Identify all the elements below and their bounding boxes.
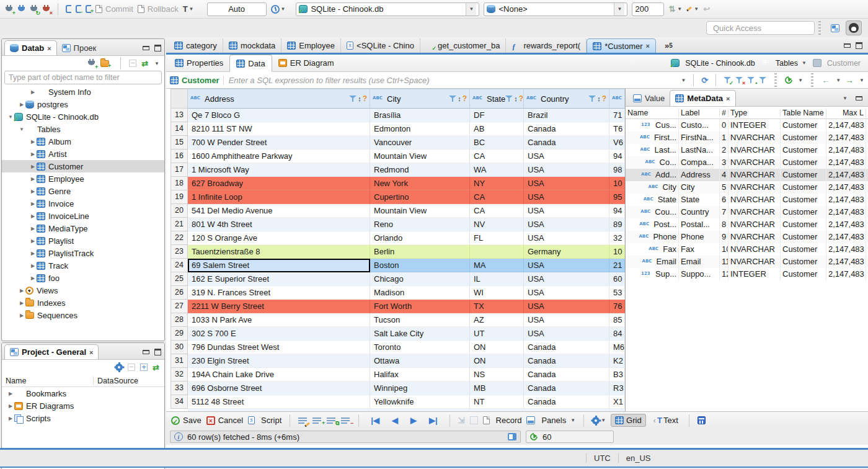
new-transaction-icon[interactable]: +	[86, 5, 91, 13]
grid-cell[interactable]: USA	[524, 150, 609, 163]
sort-icon[interactable]: ↕	[514, 95, 518, 102]
grid-cell[interactable]: NS	[470, 368, 524, 382]
grid-cell[interactable]: Brasília	[370, 109, 470, 122]
grid-cell[interactable]: NV	[470, 218, 524, 231]
remove-filter-icon[interactable]: ×	[735, 76, 743, 84]
tab-data[interactable]: Data	[229, 55, 272, 72]
minimize-icon[interactable]	[855, 95, 863, 102]
column-hint-icon[interactable]: ?	[602, 94, 606, 103]
grid-cell[interactable]: AB	[470, 122, 524, 136]
grid-cell[interactable]: CA	[470, 150, 524, 163]
editor-tab-get-customer-ba[interactable]: get_customer_ba	[420, 38, 506, 53]
row-number[interactable]: 31	[170, 354, 188, 368]
tree-item-table-triggers[interactable]: ▶Table Triggers	[2, 321, 164, 323]
tab-project-general[interactable]: Project - General ×	[4, 344, 99, 359]
new-connection-icon[interactable]: +	[87, 59, 95, 68]
dbeaver-perspective-icon[interactable]	[846, 20, 862, 35]
grid-cell[interactable]: Madison	[370, 286, 470, 300]
grid-cell[interactable]: Canada	[524, 354, 609, 368]
editor-tab-category[interactable]: category	[169, 38, 223, 53]
grid-cell[interactable]: X1	[609, 395, 625, 409]
grid-cell[interactable]: WI	[470, 286, 524, 300]
grid-cell[interactable]: 95	[609, 190, 625, 204]
grid-cell[interactable]: USA	[524, 300, 609, 313]
grid-cell[interactable]: Ottawa	[370, 354, 470, 368]
grid-cell[interactable]: Winnipeg	[370, 382, 470, 395]
new-folder-icon[interactable]: +	[100, 60, 109, 67]
grid-cell[interactable]: 700 W Pender Street	[188, 136, 370, 150]
row-number[interactable]: 22	[170, 231, 188, 245]
breadcrumb-container[interactable]: Tables	[776, 59, 798, 68]
row-number[interactable]: 17	[170, 163, 188, 177]
project-settings-gear-icon[interactable]	[115, 364, 123, 371]
metadata-row[interactable]: PhonePhone9NVARCHARCustomer2,147,483	[626, 231, 868, 243]
grid-cell[interactable]: Edmonton	[370, 122, 470, 136]
grid-cell[interactable]: Boston	[370, 259, 470, 272]
grid-cell[interactable]: 8210 111 ST NW	[188, 122, 370, 136]
grid-cell[interactable]: 32	[609, 231, 625, 245]
row-number[interactable]: 24	[170, 259, 188, 272]
grid-cell[interactable]: V6	[609, 136, 625, 150]
grid-cell[interactable]: Cupertino	[370, 190, 470, 204]
grid-cell[interactable]: 94	[609, 204, 625, 218]
expand-arrow-icon[interactable]: ▶	[7, 391, 14, 396]
grid-cell[interactable]: 76	[609, 300, 625, 313]
chevron-down-icon[interactable]: ▼	[802, 60, 807, 66]
row-number[interactable]: 20	[170, 204, 188, 218]
grid-cell[interactable]: T6	[609, 122, 625, 136]
filter-history-dropdown-icon[interactable]: ▼	[681, 78, 686, 83]
project-item-scripts[interactable]: ▶Scripts	[2, 412, 164, 424]
transaction-filter-button[interactable]: T▼	[183, 4, 194, 14]
grid-cell[interactable]: 796 Dundas Street West	[188, 341, 370, 354]
link-with-editor-icon[interactable]: ⇄	[141, 59, 148, 68]
grid-cell[interactable]: Orlando	[370, 231, 470, 245]
grid-cell[interactable]: USA	[524, 286, 609, 300]
fetch-all-icon[interactable]	[470, 416, 478, 424]
expand-arrow-icon[interactable]: ▶	[7, 416, 14, 421]
grid-cell[interactable]: Fort Worth	[370, 300, 470, 313]
tree-item-playlist[interactable]: ▶Playlist	[2, 234, 164, 247]
grid-cell[interactable]: 2211 W Berry Street	[188, 300, 370, 313]
transaction-mode-icon[interactable]	[66, 5, 71, 13]
grid-cell[interactable]: USA	[524, 272, 609, 286]
row-number[interactable]: 15	[170, 136, 188, 150]
expand-arrow-icon[interactable]: ▶	[29, 164, 37, 169]
grid-cell[interactable]: Salt Lake City	[370, 327, 470, 341]
refresh-dropdown-icon[interactable]: ▼	[798, 78, 803, 83]
grid-cell[interactable]: 194A Chain Lake Drive	[188, 368, 370, 382]
tab-er-diagram[interactable]: ER Diagram	[272, 55, 340, 71]
forward-dropdown-icon[interactable]: ▼	[859, 78, 864, 83]
grid-cell[interactable]: USA	[524, 259, 609, 272]
column-header-address[interactable]: Address↕?	[188, 89, 370, 109]
active-schema-combo[interactable]: <None> ▼	[484, 2, 627, 16]
text-mode-button[interactable]: ‹T Text	[651, 414, 681, 426]
grid-cell[interactable]: Redmond	[370, 163, 470, 177]
grid-corner-cell[interactable]	[170, 89, 188, 109]
tree-item-playlisttrack[interactable]: ▶PlaylistTrack	[2, 247, 164, 259]
grid-cell[interactable]: Reno	[370, 218, 470, 231]
grid-cell[interactable]: NY	[470, 177, 524, 190]
grid-cell[interactable]: TX	[470, 300, 524, 313]
expand-arrow-icon[interactable]: ▶	[29, 251, 37, 256]
minimize-icon[interactable]	[142, 45, 150, 51]
grid-cell[interactable]: USA	[524, 190, 609, 204]
open-perspective-icon[interactable]	[827, 20, 843, 35]
transaction-log-icon[interactable]: →	[76, 5, 81, 13]
expand-arrow-icon[interactable]: ▶	[29, 213, 37, 219]
commit-button[interactable]: Commit	[95, 4, 133, 14]
grid-cell[interactable]: 98	[609, 163, 625, 177]
script-button[interactable]: Script	[248, 416, 281, 425]
disconnect-icon[interactable]: ×	[42, 5, 50, 14]
tree-item-views[interactable]: ▶Views	[2, 284, 164, 297]
grid-cell[interactable]: Canada	[524, 368, 609, 382]
column-filter-icon[interactable]	[349, 95, 356, 102]
grid-cell[interactable]: USA	[524, 204, 609, 218]
grid-cell[interactable]: Chicago	[370, 272, 470, 286]
grid-cell[interactable]: 230 Elgin Street	[188, 354, 370, 368]
grid-cell[interactable]: Germany	[524, 245, 609, 259]
metadata-row[interactable]: StateState6NVARCHARCustomer2,147,483	[626, 194, 868, 206]
column-filter-icon[interactable]	[588, 95, 596, 102]
grid-cell[interactable]: K2	[609, 354, 625, 368]
grid-cell[interactable]: 319 N. Frances Street	[188, 286, 370, 300]
expand-arrow-icon[interactable]: ▶	[29, 226, 37, 231]
